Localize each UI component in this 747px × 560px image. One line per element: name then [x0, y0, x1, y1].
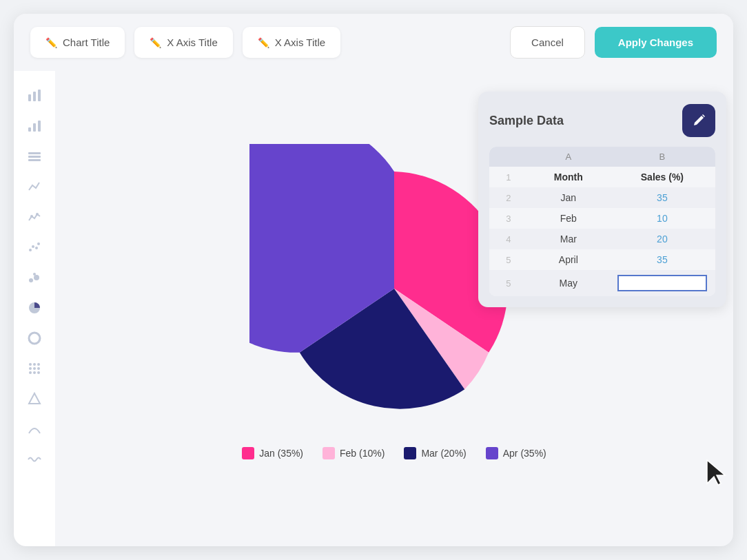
svg-rect-7	[28, 156, 41, 158]
donut-icon[interactable]	[22, 326, 47, 351]
legend-color-mar	[404, 447, 416, 459]
col-header-num	[489, 147, 528, 167]
x-axis-title-label-2: X Axis Title	[275, 37, 325, 48]
table-row: 3Feb10	[489, 208, 715, 229]
legend-item-apr: Apr (35%)	[486, 447, 546, 459]
svg-point-21	[33, 363, 36, 366]
data-panel: Sample Data A B 1MonthSales (%)2Jan	[478, 92, 726, 307]
svg-rect-5	[38, 121, 41, 132]
table-header-row: A B	[489, 147, 715, 167]
cursor-indicator	[704, 459, 726, 491]
bubble-icon[interactable]	[22, 265, 47, 290]
sales-cell: 20	[609, 229, 715, 249]
month-cell: Month	[528, 167, 609, 187]
month-cell[interactable]: Feb	[528, 208, 609, 229]
svg-point-24	[33, 367, 36, 370]
edit-data-button[interactable]	[682, 104, 715, 137]
col-header-a: A	[528, 147, 609, 167]
table-row: 5May	[489, 270, 715, 296]
svg-point-20	[29, 363, 32, 366]
chart-legend: Jan (35%) Feb (10%) Mar (20%) Apr (35%)	[242, 447, 546, 459]
sales-cell: 35	[609, 249, 715, 270]
month-cell[interactable]: Jan	[528, 187, 609, 208]
sales-cell: Sales (%)	[609, 167, 715, 187]
svg-point-12	[32, 245, 34, 248]
main-area: Jan (35%) Feb (10%) Mar (20%) Apr (35%)	[14, 71, 733, 546]
svg-point-25	[37, 367, 40, 370]
line-chart-icon[interactable]	[22, 174, 47, 199]
grid-dots-icon[interactable]	[22, 356, 47, 381]
svg-rect-0	[28, 94, 31, 101]
svg-marker-30	[707, 460, 725, 485]
sidebar	[14, 71, 55, 546]
svg-point-14	[37, 242, 40, 245]
svg-point-10	[36, 213, 39, 216]
data-panel-header: Sample Data	[489, 104, 715, 137]
row-num-cell: 2	[489, 187, 528, 208]
svg-rect-8	[28, 159, 41, 161]
wavy-icon[interactable]	[22, 447, 47, 472]
legend-item-mar: Mar (20%)	[404, 447, 466, 459]
row-num-cell: 1	[489, 167, 528, 187]
bar-chart2-icon[interactable]	[22, 114, 47, 138]
x-axis-title-label-1: X Axis Title	[167, 37, 217, 48]
sales-cell: 35	[609, 187, 715, 208]
svg-point-9	[30, 215, 33, 218]
svg-point-13	[35, 247, 38, 249]
svg-rect-2	[38, 90, 41, 101]
row-num-cell: 5	[489, 249, 528, 270]
legend-item-jan: Jan (35%)	[242, 447, 303, 459]
month-cell[interactable]: May	[528, 270, 609, 296]
x-axis-title-button-1[interactable]: ✏️ X Axis Title	[134, 27, 232, 58]
x-axis-title-button-2[interactable]: ✏️ X Axis Title	[243, 27, 340, 58]
chart-title-button[interactable]: ✏️ Chart Title	[30, 27, 125, 58]
svg-point-16	[34, 275, 39, 280]
arch-icon[interactable]	[22, 417, 47, 442]
svg-rect-6	[28, 152, 41, 154]
list-icon[interactable]	[22, 144, 47, 169]
svg-rect-1	[33, 92, 36, 101]
month-cell[interactable]: April	[528, 249, 609, 270]
svg-point-22	[37, 363, 40, 366]
svg-point-19	[29, 333, 40, 344]
app-container: ✏️ Chart Title ✏️ X Axis Title ✏️ X Axis…	[14, 14, 733, 546]
svg-rect-4	[33, 123, 36, 132]
pencil-icon-1: ✏️	[45, 37, 57, 48]
legend-label-apr: Apr (35%)	[503, 448, 546, 459]
data-panel-title: Sample Data	[489, 114, 564, 128]
empty-input-cell[interactable]	[617, 275, 707, 291]
svg-point-11	[29, 249, 32, 251]
svg-marker-29	[29, 393, 40, 404]
cancel-button[interactable]: Cancel	[510, 26, 585, 59]
row-num-cell: 3	[489, 208, 528, 229]
chart-area: Jan (35%) Feb (10%) Mar (20%) Apr (35%)	[55, 71, 733, 546]
pencil-icon-3: ✏️	[258, 37, 269, 48]
month-cell[interactable]: Mar	[528, 229, 609, 249]
legend-label-mar: Mar (20%)	[421, 448, 466, 459]
sales-cell: 10	[609, 208, 715, 229]
table-row: 5April35	[489, 249, 715, 270]
legend-item-feb: Feb (10%)	[323, 447, 385, 459]
svg-point-15	[29, 278, 33, 282]
sales-cell[interactable]	[609, 270, 715, 296]
table-row: 4Mar20	[489, 229, 715, 249]
row-num-cell: 4	[489, 229, 528, 249]
legend-label-feb: Feb (10%)	[340, 448, 385, 459]
bar-chart-icon[interactable]	[22, 83, 47, 108]
pencil-icon-2: ✏️	[150, 37, 161, 48]
svg-point-17	[33, 273, 36, 276]
area-chart-icon[interactable]	[22, 205, 47, 229]
legend-label-jan: Jan (35%)	[259, 448, 303, 459]
svg-point-23	[29, 367, 32, 370]
top-bar: ✏️ Chart Title ✏️ X Axis Title ✏️ X Axis…	[14, 14, 733, 71]
col-header-b: B	[609, 147, 715, 167]
svg-point-26	[29, 371, 32, 374]
table-row: 2Jan35	[489, 187, 715, 208]
scatter-icon[interactable]	[22, 235, 47, 260]
triangle-icon[interactable]	[22, 386, 47, 411]
chart-title-label: Chart Title	[63, 37, 110, 48]
table-row: 1MonthSales (%)	[489, 167, 715, 187]
legend-color-apr	[486, 447, 498, 459]
apply-changes-button[interactable]: Apply Changes	[595, 27, 717, 58]
pie-chart-icon[interactable]	[22, 295, 47, 320]
